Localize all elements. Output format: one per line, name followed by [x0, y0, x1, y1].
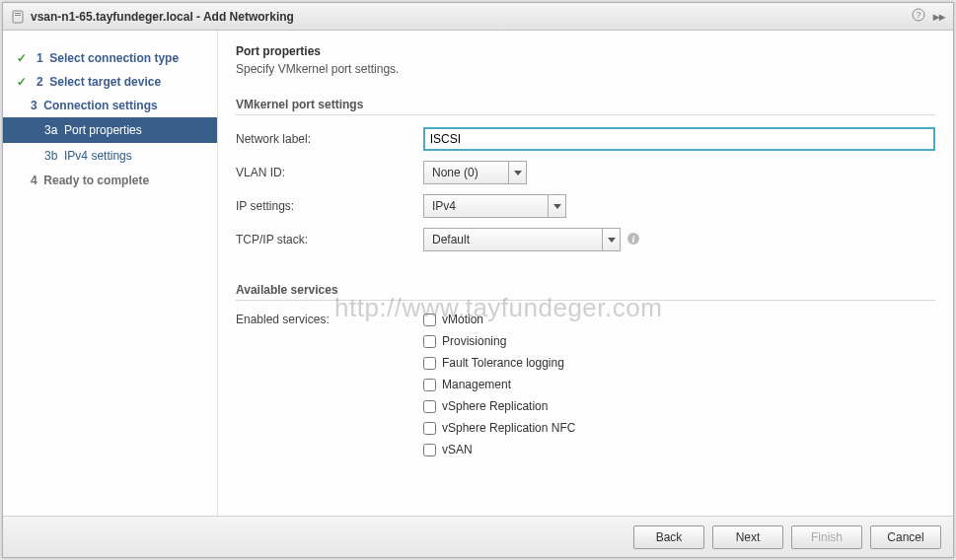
- row-network-label: Network label:: [236, 127, 935, 151]
- vlan-id-value: None (0): [424, 166, 508, 179]
- label-network-label: Network label:: [236, 132, 423, 146]
- page-heading: Port properties: [236, 44, 935, 58]
- service-label: Management: [442, 378, 511, 391]
- window-title: vsan-n1-65.tayfundeger.local - Add Netwo…: [31, 10, 912, 24]
- svg-text:i: i: [632, 233, 635, 244]
- label-ip-settings: IP settings:: [236, 199, 423, 213]
- wizard-body: ✓ 1 Select connection type ✓ 2 Select ta…: [3, 31, 953, 516]
- service-label: vMotion: [442, 313, 483, 326]
- host-icon: [11, 10, 25, 24]
- step-num: 3: [31, 99, 37, 112]
- step-2[interactable]: ✓ 2 Select target device: [3, 70, 217, 94]
- expand-icon[interactable]: ▸▸: [933, 10, 945, 24]
- service-label: vSphere Replication: [442, 399, 548, 413]
- service-provisioning: Provisioning: [423, 334, 575, 348]
- service-fault-tolerance: Fault Tolerance logging: [423, 356, 575, 370]
- label-tcpip-stack: TCP/IP stack:: [236, 233, 423, 246]
- service-vsphere-replication-checkbox[interactable]: [423, 400, 436, 413]
- ip-settings-select[interactable]: IPv4: [423, 194, 566, 218]
- check-icon: ✓: [17, 75, 31, 89]
- services-list: vMotion Provisioning Fault Tolerance log…: [423, 313, 575, 464]
- row-ip-settings: IP settings: IPv4: [236, 194, 935, 218]
- check-icon: ✓: [17, 51, 31, 65]
- service-vsphere-replication: vSphere Replication: [423, 399, 575, 413]
- svg-rect-0: [13, 11, 23, 23]
- substep-id: 3b: [44, 149, 57, 163]
- section-vmkernel-title: VMkernel port settings: [236, 98, 935, 115]
- step-num: 4: [31, 174, 37, 187]
- substep-label: IPv4 settings: [64, 149, 132, 163]
- wizard-window: vsan-n1-65.tayfundeger.local - Add Netwo…: [2, 2, 954, 558]
- service-provisioning-checkbox[interactable]: [423, 335, 436, 348]
- step-1[interactable]: ✓ 1 Select connection type: [3, 46, 217, 70]
- step-3[interactable]: 3 Connection settings: [3, 94, 217, 117]
- sidebar: ✓ 1 Select connection type ✓ 2 Select ta…: [3, 31, 218, 516]
- svg-rect-1: [15, 13, 21, 14]
- row-tcpip-stack: TCP/IP stack: Default i: [236, 228, 935, 251]
- substep-3a[interactable]: 3a Port properties: [3, 117, 217, 143]
- service-vsphere-replication-nfc: vSphere Replication NFC: [423, 421, 575, 435]
- service-label: Provisioning: [442, 334, 506, 348]
- service-vsan-checkbox[interactable]: [423, 444, 436, 456]
- step-label: Select connection type: [49, 51, 179, 65]
- step-label: Ready to complete: [43, 174, 149, 187]
- svg-text:?: ?: [916, 10, 920, 20]
- tcpip-stack-select[interactable]: Default: [423, 228, 621, 251]
- row-enabled-services: Enabled services: vMotion Provisioning F…: [236, 313, 935, 464]
- label-vlan-id: VLAN ID:: [236, 166, 423, 179]
- service-vsan: vSAN: [423, 443, 575, 456]
- step-label: Select target device: [49, 75, 161, 89]
- service-management: Management: [423, 378, 575, 391]
- step-num: 1: [37, 51, 43, 65]
- back-button[interactable]: Back: [633, 525, 704, 549]
- wizard-footer: Back Next Finish Cancel: [3, 516, 953, 557]
- label-enabled-services: Enabled services:: [236, 313, 423, 326]
- info-icon[interactable]: i: [626, 232, 640, 248]
- titlebar: vsan-n1-65.tayfundeger.local - Add Netwo…: [3, 3, 953, 31]
- substep-3b[interactable]: 3b IPv4 settings: [3, 143, 217, 169]
- content-pane: Port properties Specify VMkernel port se…: [218, 31, 953, 516]
- row-vlan-id: VLAN ID: None (0): [236, 161, 935, 184]
- section-services-title: Available services: [236, 283, 935, 301]
- finish-button: Finish: [791, 525, 862, 549]
- cancel-button[interactable]: Cancel: [870, 525, 941, 549]
- network-label-input[interactable]: [423, 127, 935, 151]
- page-subheading: Specify VMkernel port settings.: [236, 62, 935, 76]
- substep-id: 3a: [44, 123, 57, 137]
- step-label: Connection settings: [43, 99, 157, 112]
- substep-label: Port properties: [64, 123, 142, 137]
- chevron-down-icon: [602, 229, 620, 250]
- tcpip-stack-value: Default: [424, 233, 602, 246]
- svg-rect-2: [15, 15, 21, 16]
- service-vmotion: vMotion: [423, 313, 575, 326]
- vlan-id-select[interactable]: None (0): [423, 161, 527, 184]
- chevron-down-icon: [548, 195, 565, 217]
- service-label: vSphere Replication NFC: [442, 421, 575, 435]
- service-vmotion-checkbox[interactable]: [423, 314, 436, 326]
- service-label: vSAN: [442, 443, 473, 456]
- chevron-down-icon: [508, 162, 526, 183]
- service-vsphere-replication-nfc-checkbox[interactable]: [423, 422, 436, 435]
- step-num: 2: [37, 75, 43, 89]
- ip-settings-value: IPv4: [424, 199, 548, 213]
- step-4: 4 Ready to complete: [3, 169, 217, 192]
- service-management-checkbox[interactable]: [423, 379, 436, 391]
- service-label: Fault Tolerance logging: [442, 356, 564, 370]
- service-fault-tolerance-checkbox[interactable]: [423, 357, 436, 370]
- next-button[interactable]: Next: [712, 525, 783, 549]
- help-icon[interactable]: ?: [912, 8, 925, 25]
